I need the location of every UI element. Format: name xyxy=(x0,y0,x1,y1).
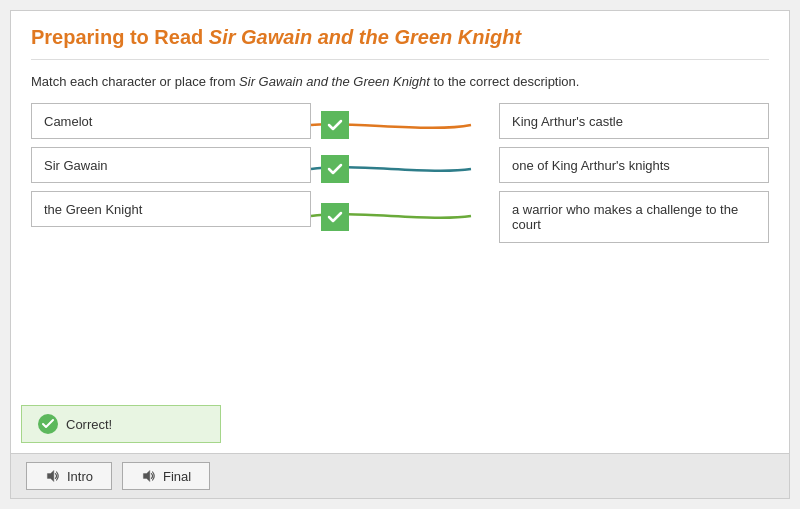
left-item-sir-gawain[interactable]: Sir Gawain xyxy=(31,147,311,183)
left-column: Camelot Sir Gawain the Green Knight xyxy=(31,103,311,235)
instructions-before: Match each character or place from xyxy=(31,74,239,89)
check-icon-2 xyxy=(327,161,343,177)
svg-marker-0 xyxy=(47,470,53,481)
intro-speaker-icon xyxy=(45,468,61,484)
intro-label: Intro xyxy=(67,469,93,484)
right-item-knights[interactable]: one of King Arthur's knights xyxy=(499,147,769,183)
instructions-italic: Sir Gawain and the Green Knight xyxy=(239,74,430,89)
instructions-after: to the correct description. xyxy=(430,74,580,89)
correct-banner: Correct! xyxy=(21,405,221,443)
title-prefix: Preparing to Read xyxy=(31,26,209,48)
correct-label: Correct! xyxy=(66,417,112,432)
correct-check-icon xyxy=(42,418,54,430)
check-icon-1 xyxy=(327,117,343,133)
check-box-1 xyxy=(321,111,349,139)
footer: Intro Final xyxy=(11,453,789,498)
final-label: Final xyxy=(163,469,191,484)
svg-marker-1 xyxy=(143,470,149,481)
title-rest: the Green Knight xyxy=(359,26,521,48)
final-speaker-icon xyxy=(141,468,157,484)
left-item-green-knight[interactable]: the Green Knight xyxy=(31,191,311,227)
right-item-warrior[interactable]: a warrior who makes a challenge to the c… xyxy=(499,191,769,243)
correct-icon xyxy=(38,414,58,434)
left-item-camelot[interactable]: Camelot xyxy=(31,103,311,139)
matching-area: Camelot Sir Gawain the Green Knight xyxy=(31,103,769,323)
main-container: Preparing to Read Sir Gawain and the Gre… xyxy=(10,10,790,499)
intro-button[interactable]: Intro xyxy=(26,462,112,490)
right-column: King Arthur's castle one of King Arthur'… xyxy=(499,103,769,251)
title-italic: Sir Gawain and xyxy=(209,26,359,48)
instructions: Match each character or place from Sir G… xyxy=(31,74,769,89)
final-button[interactable]: Final xyxy=(122,462,210,490)
check-box-3 xyxy=(321,203,349,231)
check-box-2 xyxy=(321,155,349,183)
right-item-castle[interactable]: King Arthur's castle xyxy=(499,103,769,139)
page-title: Preparing to Read Sir Gawain and the Gre… xyxy=(31,26,769,60)
check-icon-3 xyxy=(327,209,343,225)
